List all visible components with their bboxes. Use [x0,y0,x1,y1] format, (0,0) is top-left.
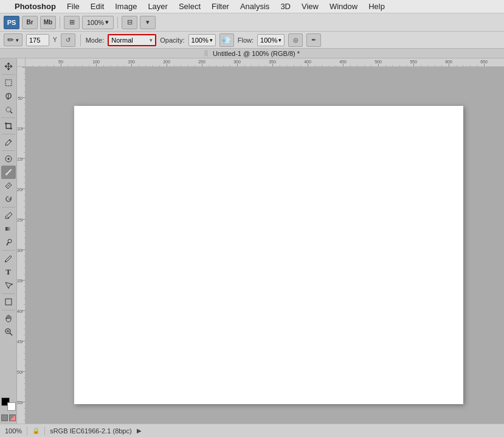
brush-options-bar: ✏ ▾ 175 Y ↺ Mode: Normal ▾ Opacity: 100%… [0,32,504,49]
separator-3 [80,34,81,46]
mode-select[interactable]: Normal ▾ [108,34,156,46]
quick-mask-btn[interactable] [9,414,16,421]
tool-pen[interactable] [1,252,16,265]
arrange-btn[interactable]: ⊞ [64,16,80,29]
tool-shape[interactable] [1,295,16,309]
tool-quick-select[interactable] [1,103,16,116]
pressure-btn[interactable]: ◎ [288,33,303,47]
mode-dropdown-arrow: ▾ [150,37,153,43]
zoom-display[interactable]: 100% ▾ [82,16,114,29]
ps-logo-btn: PS [4,16,19,29]
tool-history-brush[interactable] [1,192,16,206]
svg-rect-13 [5,299,12,305]
drag-handle [204,51,208,57]
tool-hand[interactable] [1,312,16,325]
tool-type[interactable]: T [1,265,16,279]
mode-label: Mode: [86,37,105,44]
svg-line-15 [10,333,12,335]
tool-sep-1 [2,74,15,75]
brush-unit: Y [53,37,57,43]
flow-display: 100% [260,37,277,44]
tool-gradient[interactable] [1,222,16,236]
menu-file[interactable]: File [62,1,85,12]
canvas-container[interactable] [26,75,504,424]
menu-3d[interactable]: 3D [275,1,295,12]
svg-line-10 [7,242,9,245]
title-row: Untitled-1 @ 100% (RGB/8) * [0,49,504,58]
tool-sep-8 [2,310,15,310]
lock-icon: 🔒 [32,427,40,434]
menu-bar: Photoshop File Edit Image Layer Select F… [0,0,504,13]
color-profile: sRGB IEC61966-2.1 (8bpc) [50,427,132,435]
menu-analysis[interactable]: Analysis [235,1,274,12]
svg-line-11 [10,256,12,257]
menu-filter[interactable]: Filter [207,1,234,12]
v-ruler: 50100150200250300350400450500550600 [17,67,25,424]
tool-move[interactable] [1,60,16,73]
stylus-btn[interactable]: ✒ [306,33,321,47]
tool-sep-2 [2,117,15,118]
flow-label: Flow: [238,37,254,44]
flow-value[interactable]: 100% ▾ [257,34,285,46]
flow-arrow: ▾ [278,37,281,43]
tool-clone[interactable] [1,179,16,192]
tool-sep-7 [2,293,15,294]
bridge-btn[interactable]: Br [22,16,38,29]
opacity-value[interactable]: 100% ▾ [188,34,216,46]
status-div-1 [27,427,27,435]
separator-1 [60,16,60,29]
mask-buttons [1,414,16,421]
menu-image[interactable]: Image [110,1,142,12]
brush-size-display[interactable]: 175 [26,34,49,46]
tool-dodge[interactable] [1,236,16,249]
tool-sep-5 [2,207,15,208]
tool-zoom[interactable] [1,325,16,338]
status-bar: 100% 🔒 sRGB IEC61966-2.1 (8bpc) ▶ [0,424,504,437]
layout-btn[interactable]: ⊟ [122,16,137,29]
airbrush-toggle[interactable]: 💨 [219,33,234,47]
menu-layer[interactable]: Layer [143,1,173,12]
tool-crop[interactable] [1,119,16,133]
type-icon: T [5,267,11,277]
opacity-arrow: ▾ [210,37,213,43]
menu-help[interactable]: Help [364,1,390,12]
tool-sep-6 [2,250,15,251]
menu-select[interactable]: Select [174,1,205,12]
mini-bridge-btn[interactable]: Mb [40,16,56,29]
status-arrow[interactable]: ▶ [137,427,142,434]
svg-rect-0 [5,80,12,86]
background-color[interactable] [7,402,16,411]
tool-sep-4 [2,150,15,151]
brush-preset-picker[interactable]: ✏ ▾ [4,33,22,46]
status-div-2 [44,427,45,435]
top-ruler: 50100150200250300350400450500550600650 [17,58,504,67]
svg-rect-8 [5,227,12,231]
refresh-btn[interactable]: ↺ [61,33,75,47]
ruler-corner [17,58,26,67]
opacity-label: Opacity: [160,37,184,44]
zoom-status: 100% [5,427,22,435]
tool-eyedropper[interactable] [1,136,16,149]
menu-photoshop[interactable]: Photoshop [10,1,61,12]
screen-mode-btn[interactable]: ▾ [140,16,156,29]
svg-line-3 [10,111,12,113]
document-canvas [74,106,463,404]
tool-lasso[interactable] [1,89,16,103]
menu-window[interactable]: Window [325,1,362,12]
svg-point-12 [5,261,6,262]
tool-sep-3 [2,134,15,135]
menu-view[interactable]: View [297,1,323,12]
options-bar: PS Br Mb ⊞ 100% ▾ ⊟ ▾ [0,13,504,32]
standard-mode-btn[interactable] [1,414,8,421]
tool-path-select[interactable] [1,279,16,292]
color-swatches[interactable] [1,397,16,411]
zoom-arrow: ▾ [105,18,109,26]
tool-marquee[interactable] [1,76,16,89]
menu-edit[interactable]: Edit [86,1,109,12]
tool-spot-heal[interactable] [1,152,16,166]
tool-brush[interactable] [1,166,16,179]
canvas-area: 50100150200250300350400450500550600650 5… [17,58,504,424]
tool-eraser[interactable] [1,209,16,222]
opacity-display: 100% [192,37,209,44]
brush-down-arrow: ▾ [16,37,19,43]
